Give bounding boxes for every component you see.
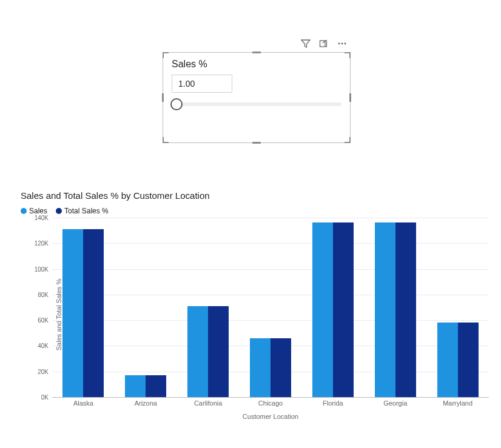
bar[interactable] xyxy=(333,222,354,397)
bar[interactable] xyxy=(83,229,104,397)
gridline xyxy=(52,397,489,398)
legend-label: Total Sales % xyxy=(64,207,109,215)
chart-legend: SalesTotal Sales % xyxy=(21,207,489,215)
bar-group xyxy=(426,218,489,397)
chart-bars xyxy=(52,218,489,397)
x-axis-title: Customer Location xyxy=(52,413,489,420)
resize-handle-br[interactable] xyxy=(345,137,351,143)
x-tick-label: Arizona xyxy=(115,400,177,412)
bar[interactable] xyxy=(187,306,208,397)
legend-swatch xyxy=(56,208,62,214)
bar[interactable] xyxy=(395,222,416,397)
slicer-slider-track[interactable] xyxy=(172,102,341,106)
bar-group xyxy=(240,218,302,397)
bar[interactable] xyxy=(271,338,291,397)
resize-handle-b[interactable] xyxy=(252,142,261,144)
slicer-slider-thumb[interactable] xyxy=(170,98,183,110)
visual-header-toolbar xyxy=(163,39,351,52)
svg-point-3 xyxy=(345,43,346,45)
x-tick-label: Carlifonia xyxy=(177,400,240,412)
y-tick-label: 100K xyxy=(28,266,49,272)
slicer-title: Sales % xyxy=(172,59,341,70)
slicer-value-input[interactable]: 1.00 xyxy=(172,75,232,93)
y-tick-label: 0K xyxy=(28,394,49,401)
bar-group xyxy=(52,218,115,397)
resize-handle-l[interactable] xyxy=(162,93,164,102)
svg-point-2 xyxy=(341,43,343,45)
slicer-visual: Sales % 1.00 xyxy=(163,39,351,143)
x-tick-label: Georgia xyxy=(364,400,426,412)
bar-group xyxy=(115,218,177,397)
x-tick-label: Marryland xyxy=(426,400,489,412)
bar-chart-visual: Sales and Total Sales % by Customer Loca… xyxy=(21,190,489,420)
svg-point-1 xyxy=(338,43,340,45)
y-tick-label: 60K xyxy=(28,317,49,324)
y-tick-label: 80K xyxy=(28,291,49,298)
legend-swatch xyxy=(21,208,27,214)
svg-rect-0 xyxy=(320,41,327,47)
resize-handle-bl[interactable] xyxy=(163,137,169,143)
focus-mode-icon[interactable] xyxy=(319,39,329,48)
resize-handle-t[interactable] xyxy=(252,52,261,53)
y-tick-label: 120K xyxy=(28,240,49,247)
y-tick-label: 20K xyxy=(28,368,49,375)
chart-plot-area: Sales and Total Sales % 0K20K40K60K80K10… xyxy=(52,218,489,412)
bar[interactable] xyxy=(125,375,146,397)
x-tick-label: Florida xyxy=(301,400,364,412)
x-axis-labels: AlaskaArizonaCarlifoniaChicagoFloridaGeo… xyxy=(52,400,489,412)
bar-group xyxy=(301,218,364,397)
bar[interactable] xyxy=(458,323,479,397)
x-tick-label: Alaska xyxy=(52,400,115,412)
legend-item[interactable]: Total Sales % xyxy=(56,207,109,215)
bar-group xyxy=(364,218,426,397)
more-options-icon[interactable] xyxy=(337,39,347,48)
y-tick-label: 40K xyxy=(28,343,49,349)
bar-group xyxy=(177,218,240,397)
y-tick-label: 140K xyxy=(28,215,49,221)
x-tick-label: Chicago xyxy=(240,400,302,412)
bar[interactable] xyxy=(62,229,83,397)
resize-handle-r[interactable] xyxy=(349,93,351,102)
resize-handle-tl[interactable] xyxy=(163,52,169,58)
bar[interactable] xyxy=(146,375,166,397)
bar[interactable] xyxy=(208,306,229,397)
bar[interactable] xyxy=(312,222,333,397)
bar[interactable] xyxy=(437,323,458,397)
chart-title: Sales and Total Sales % by Customer Loca… xyxy=(21,190,489,201)
bar[interactable] xyxy=(375,222,395,397)
bar[interactable] xyxy=(250,338,271,397)
filter-icon[interactable] xyxy=(301,39,311,48)
visual-selection-frame[interactable]: Sales % 1.00 xyxy=(163,52,351,143)
resize-handle-tr[interactable] xyxy=(345,52,351,58)
